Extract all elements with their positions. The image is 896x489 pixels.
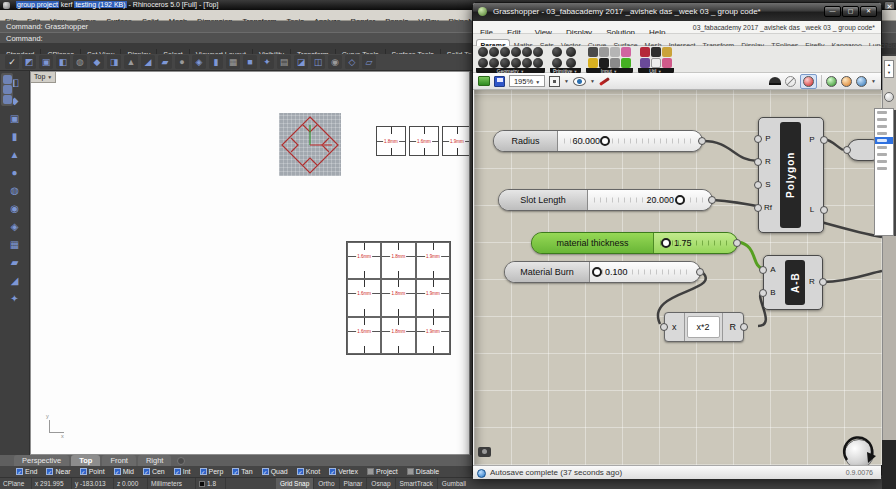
viewport-top[interactable]: Top ▼ bbox=[30, 71, 470, 455]
shaded-preview-icon[interactable] bbox=[826, 76, 837, 87]
array-icon[interactable]: ▦ bbox=[226, 55, 240, 69]
ortho-toggle[interactable]: Ortho bbox=[314, 478, 339, 489]
flag-tool-icon[interactable]: ▰ bbox=[7, 256, 23, 269]
slider-radius[interactable]: Radius 60.000 bbox=[493, 130, 703, 152]
subtraction-component[interactable]: A B A-B R bbox=[763, 255, 823, 310]
param-icon[interactable] bbox=[588, 58, 598, 68]
gumball-toggle[interactable]: Gumball bbox=[438, 478, 470, 489]
osnap-perp[interactable]: Perp bbox=[200, 468, 224, 475]
param-icon[interactable] bbox=[662, 47, 672, 57]
mini-tool-icon[interactable] bbox=[3, 85, 12, 94]
planar-toggle[interactable]: Planar bbox=[340, 478, 368, 489]
maximize-button[interactable]: ▢ bbox=[842, 6, 859, 17]
fillet-icon[interactable]: ◈ bbox=[192, 55, 206, 69]
save-file-icon[interactable] bbox=[494, 76, 505, 87]
osnap-point[interactable]: Point bbox=[80, 468, 105, 475]
param-icon[interactable] bbox=[588, 47, 598, 57]
osnap-knot[interactable]: Knot bbox=[297, 468, 320, 475]
cap-icon[interactable]: ▱ bbox=[362, 55, 376, 69]
component-nameplate[interactable]: Polygon bbox=[780, 122, 801, 228]
list-item[interactable] bbox=[875, 144, 893, 151]
wire-subtract-out[interactable] bbox=[823, 271, 882, 282]
mesh-tool-icon[interactable]: ▦ bbox=[7, 238, 23, 251]
subtraction-input-b[interactable]: B bbox=[766, 286, 780, 300]
checkbox-project[interactable] bbox=[367, 468, 374, 475]
output-nub[interactable] bbox=[733, 239, 741, 247]
mirror-icon[interactable]: ◨ bbox=[107, 55, 121, 69]
slider-slot-length[interactable]: Slot Length 20.000 bbox=[498, 189, 713, 211]
close-button[interactable]: ✕ bbox=[860, 6, 877, 17]
list-item[interactable] bbox=[875, 123, 893, 130]
slider-label[interactable]: Slot Length bbox=[499, 190, 588, 210]
param-icon[interactable] bbox=[522, 58, 532, 68]
osnap-int[interactable]: Int bbox=[174, 468, 191, 475]
input-nub[interactable] bbox=[754, 135, 762, 143]
viewport-title-tab[interactable]: Top ▼ bbox=[31, 72, 56, 83]
list-item-selected[interactable] bbox=[875, 137, 893, 144]
osnap-end[interactable]: End bbox=[16, 468, 37, 475]
osnap-tan[interactable]: Tan bbox=[232, 468, 252, 475]
slider-material-burn[interactable]: Material Burn 0.100 bbox=[504, 261, 701, 283]
zoom-level-dropdown[interactable]: 195% ▼ bbox=[509, 75, 545, 87]
join-icon[interactable]: ▲ bbox=[124, 55, 138, 69]
open-file-icon[interactable] bbox=[478, 76, 490, 86]
preview-off-icon[interactable] bbox=[785, 76, 796, 87]
minimize-button[interactable]: — bbox=[824, 6, 841, 17]
output-nub[interactable] bbox=[708, 196, 716, 204]
osnap-mid[interactable]: Mid bbox=[114, 468, 134, 475]
units-indicator[interactable]: Millimeters bbox=[148, 478, 196, 489]
camera-icon[interactable] bbox=[478, 447, 491, 457]
rotate-icon[interactable]: ◍ bbox=[73, 55, 87, 69]
output-nub[interactable] bbox=[740, 323, 748, 331]
param-icon[interactable] bbox=[522, 47, 532, 57]
trim-icon[interactable]: ◢ bbox=[141, 55, 155, 69]
checkbox-cen[interactable] bbox=[143, 468, 150, 475]
tab-right[interactable]: Right bbox=[138, 455, 172, 466]
param-icon[interactable] bbox=[566, 58, 576, 68]
checkbox-quad[interactable] bbox=[262, 468, 269, 475]
input-nub[interactable] bbox=[754, 181, 762, 189]
param-icon[interactable] bbox=[640, 58, 650, 68]
slider-material-thickness[interactable]: material thickness 1.75 bbox=[531, 232, 738, 254]
mini-tool-icon[interactable] bbox=[3, 75, 12, 84]
grasshopper-canvas[interactable]: Radius 60.000 Slot Length 20.000 materia… bbox=[474, 90, 882, 465]
cylinder-tool-icon[interactable]: ▮ bbox=[7, 130, 23, 143]
star-tool-icon[interactable]: ✦ bbox=[7, 292, 23, 305]
rendered-preview-icon[interactable] bbox=[841, 76, 852, 87]
param-icon[interactable] bbox=[621, 58, 631, 68]
output-nub[interactable] bbox=[819, 278, 827, 286]
curve-icon[interactable]: ✦ bbox=[260, 55, 274, 69]
checkbox-int[interactable] bbox=[174, 468, 181, 475]
wireframe-preview-icon[interactable] bbox=[803, 76, 814, 87]
subtraction-input-a[interactable]: A bbox=[766, 263, 780, 277]
grasshopper-title-bar[interactable]: Grasshopper - 03_fabacademy 2017 _avishe… bbox=[473, 3, 881, 21]
wire-radius-to-polygon[interactable] bbox=[703, 141, 758, 161]
param-icon[interactable] bbox=[662, 58, 672, 68]
list-item[interactable] bbox=[875, 158, 893, 165]
kerf-square[interactable]: 1.8mm bbox=[376, 126, 406, 156]
param-icon[interactable] bbox=[533, 47, 543, 57]
output-nub[interactable] bbox=[820, 206, 828, 214]
list-item[interactable] bbox=[875, 130, 893, 137]
slider-knob[interactable] bbox=[592, 267, 602, 277]
layer-indicator[interactable]: 1.8 bbox=[196, 478, 226, 489]
copy-icon[interactable]: ◧ bbox=[56, 55, 70, 69]
zoom-extents-icon[interactable] bbox=[549, 76, 560, 87]
sweep-icon[interactable]: ◇ bbox=[345, 55, 359, 69]
input-nub[interactable] bbox=[754, 158, 762, 166]
extend-icon[interactable]: ● bbox=[175, 55, 189, 69]
polygon-input-segments[interactable]: S bbox=[761, 178, 775, 192]
param-icon[interactable] bbox=[489, 58, 499, 68]
kerf-square[interactable]: 1.6mm bbox=[409, 126, 439, 156]
extrude-icon[interactable]: ◪ bbox=[294, 55, 308, 69]
slider-track[interactable]: 60.000 bbox=[558, 131, 702, 151]
param-icon[interactable] bbox=[599, 47, 609, 57]
input-nub[interactable] bbox=[759, 266, 767, 274]
loft-icon[interactable]: ◫ bbox=[311, 55, 325, 69]
cplane-button[interactable]: CPlane bbox=[0, 478, 32, 489]
slider-label[interactable]: material thickness bbox=[532, 233, 654, 253]
cone-tool-icon[interactable]: ▲ bbox=[7, 148, 23, 161]
expression-formula[interactable]: x*2 bbox=[687, 316, 720, 338]
mini-tool-icon[interactable] bbox=[3, 95, 12, 104]
input-nub[interactable] bbox=[759, 289, 767, 297]
